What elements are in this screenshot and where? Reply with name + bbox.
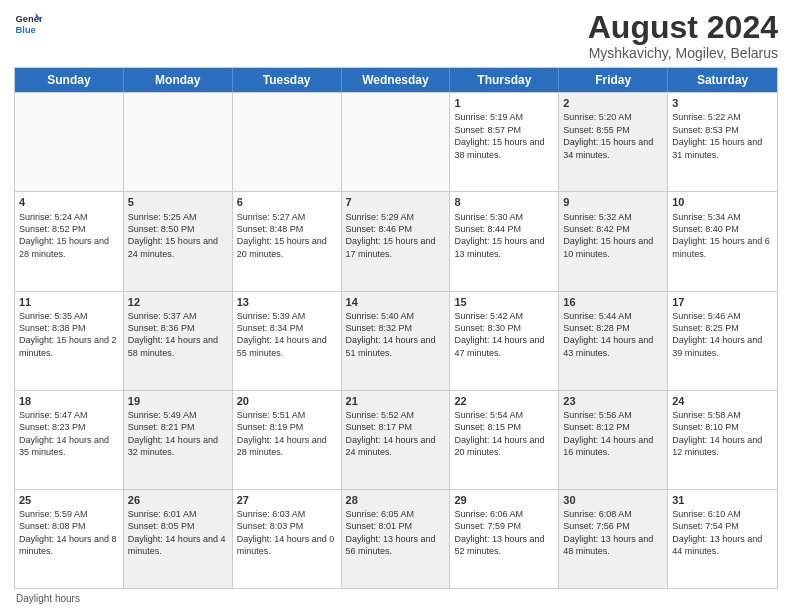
empty-cell — [342, 93, 451, 191]
empty-cell — [233, 93, 342, 191]
day-cell-5: 5Sunrise: 5:25 AM Sunset: 8:50 PM Daylig… — [124, 192, 233, 290]
empty-cell — [15, 93, 124, 191]
day-number: 31 — [672, 493, 773, 507]
day-info: Sunrise: 5:44 AM Sunset: 8:28 PM Dayligh… — [563, 311, 653, 358]
day-cell-6: 6Sunrise: 5:27 AM Sunset: 8:48 PM Daylig… — [233, 192, 342, 290]
day-cell-13: 13Sunrise: 5:39 AM Sunset: 8:34 PM Dayli… — [233, 292, 342, 390]
day-info: Sunrise: 5:24 AM Sunset: 8:52 PM Dayligh… — [19, 212, 109, 259]
day-info: Sunrise: 5:32 AM Sunset: 8:42 PM Dayligh… — [563, 212, 653, 259]
day-cell-25: 25Sunrise: 5:59 AM Sunset: 8:08 PM Dayli… — [15, 490, 124, 588]
day-number: 1 — [454, 96, 554, 110]
day-number: 18 — [19, 394, 119, 408]
day-number: 4 — [19, 195, 119, 209]
day-info: Sunrise: 5:27 AM Sunset: 8:48 PM Dayligh… — [237, 212, 327, 259]
top-header: General Blue August 2024 Myshkavichy, Mo… — [14, 10, 778, 61]
day-cell-30: 30Sunrise: 6:08 AM Sunset: 7:56 PM Dayli… — [559, 490, 668, 588]
day-cell-19: 19Sunrise: 5:49 AM Sunset: 8:21 PM Dayli… — [124, 391, 233, 489]
day-number: 23 — [563, 394, 663, 408]
day-cell-12: 12Sunrise: 5:37 AM Sunset: 8:36 PM Dayli… — [124, 292, 233, 390]
day-info: Sunrise: 5:39 AM Sunset: 8:34 PM Dayligh… — [237, 311, 327, 358]
day-cell-9: 9Sunrise: 5:32 AM Sunset: 8:42 PM Daylig… — [559, 192, 668, 290]
day-cell-22: 22Sunrise: 5:54 AM Sunset: 8:15 PM Dayli… — [450, 391, 559, 489]
day-info: Sunrise: 5:52 AM Sunset: 8:17 PM Dayligh… — [346, 410, 436, 457]
day-cell-24: 24Sunrise: 5:58 AM Sunset: 8:10 PM Dayli… — [668, 391, 777, 489]
day-info: Sunrise: 5:54 AM Sunset: 8:15 PM Dayligh… — [454, 410, 544, 457]
day-number: 13 — [237, 295, 337, 309]
day-number: 25 — [19, 493, 119, 507]
day-number: 21 — [346, 394, 446, 408]
day-cell-28: 28Sunrise: 6:05 AM Sunset: 8:01 PM Dayli… — [342, 490, 451, 588]
day-number: 29 — [454, 493, 554, 507]
footer-note: Daylight hours — [14, 593, 778, 604]
day-info: Sunrise: 5:35 AM Sunset: 8:38 PM Dayligh… — [19, 311, 117, 358]
subtitle: Myshkavichy, Mogilev, Belarus — [588, 45, 778, 61]
day-cell-10: 10Sunrise: 5:34 AM Sunset: 8:40 PM Dayli… — [668, 192, 777, 290]
calendar-body: 1Sunrise: 5:19 AM Sunset: 8:57 PM Daylig… — [15, 92, 777, 588]
day-number: 14 — [346, 295, 446, 309]
day-info: Sunrise: 5:51 AM Sunset: 8:19 PM Dayligh… — [237, 410, 327, 457]
day-number: 2 — [563, 96, 663, 110]
empty-cell — [124, 93, 233, 191]
day-info: Sunrise: 6:03 AM Sunset: 8:03 PM Dayligh… — [237, 509, 335, 556]
logo-icon: General Blue — [14, 10, 42, 38]
day-header-wednesday: Wednesday — [342, 68, 451, 92]
day-info: Sunrise: 5:49 AM Sunset: 8:21 PM Dayligh… — [128, 410, 218, 457]
day-cell-4: 4Sunrise: 5:24 AM Sunset: 8:52 PM Daylig… — [15, 192, 124, 290]
day-cell-18: 18Sunrise: 5:47 AM Sunset: 8:23 PM Dayli… — [15, 391, 124, 489]
day-info: Sunrise: 5:59 AM Sunset: 8:08 PM Dayligh… — [19, 509, 117, 556]
main-title: August 2024 — [588, 10, 778, 45]
page: General Blue August 2024 Myshkavichy, Mo… — [0, 0, 792, 612]
calendar: SundayMondayTuesdayWednesdayThursdayFrid… — [14, 67, 778, 589]
day-info: Sunrise: 5:34 AM Sunset: 8:40 PM Dayligh… — [672, 212, 770, 259]
day-info: Sunrise: 5:40 AM Sunset: 8:32 PM Dayligh… — [346, 311, 436, 358]
svg-text:Blue: Blue — [16, 25, 36, 35]
day-info: Sunrise: 6:10 AM Sunset: 7:54 PM Dayligh… — [672, 509, 762, 556]
day-info: Sunrise: 5:58 AM Sunset: 8:10 PM Dayligh… — [672, 410, 762, 457]
day-number: 11 — [19, 295, 119, 309]
day-info: Sunrise: 5:29 AM Sunset: 8:46 PM Dayligh… — [346, 212, 436, 259]
day-cell-1: 1Sunrise: 5:19 AM Sunset: 8:57 PM Daylig… — [450, 93, 559, 191]
day-cell-16: 16Sunrise: 5:44 AM Sunset: 8:28 PM Dayli… — [559, 292, 668, 390]
day-header-thursday: Thursday — [450, 68, 559, 92]
day-number: 16 — [563, 295, 663, 309]
calendar-row-3: 11Sunrise: 5:35 AM Sunset: 8:38 PM Dayli… — [15, 291, 777, 390]
day-number: 19 — [128, 394, 228, 408]
day-number: 8 — [454, 195, 554, 209]
day-number: 9 — [563, 195, 663, 209]
day-info: Sunrise: 5:56 AM Sunset: 8:12 PM Dayligh… — [563, 410, 653, 457]
calendar-header: SundayMondayTuesdayWednesdayThursdayFrid… — [15, 68, 777, 92]
day-cell-11: 11Sunrise: 5:35 AM Sunset: 8:38 PM Dayli… — [15, 292, 124, 390]
day-info: Sunrise: 6:08 AM Sunset: 7:56 PM Dayligh… — [563, 509, 653, 556]
day-number: 12 — [128, 295, 228, 309]
day-cell-23: 23Sunrise: 5:56 AM Sunset: 8:12 PM Dayli… — [559, 391, 668, 489]
day-number: 6 — [237, 195, 337, 209]
day-number: 27 — [237, 493, 337, 507]
day-cell-31: 31Sunrise: 6:10 AM Sunset: 7:54 PM Dayli… — [668, 490, 777, 588]
day-header-saturday: Saturday — [668, 68, 777, 92]
day-cell-14: 14Sunrise: 5:40 AM Sunset: 8:32 PM Dayli… — [342, 292, 451, 390]
day-info: Sunrise: 6:01 AM Sunset: 8:05 PM Dayligh… — [128, 509, 226, 556]
day-info: Sunrise: 5:42 AM Sunset: 8:30 PM Dayligh… — [454, 311, 544, 358]
day-cell-2: 2Sunrise: 5:20 AM Sunset: 8:55 PM Daylig… — [559, 93, 668, 191]
day-cell-26: 26Sunrise: 6:01 AM Sunset: 8:05 PM Dayli… — [124, 490, 233, 588]
calendar-row-5: 25Sunrise: 5:59 AM Sunset: 8:08 PM Dayli… — [15, 489, 777, 588]
day-header-sunday: Sunday — [15, 68, 124, 92]
day-header-monday: Monday — [124, 68, 233, 92]
day-cell-20: 20Sunrise: 5:51 AM Sunset: 8:19 PM Dayli… — [233, 391, 342, 489]
day-cell-15: 15Sunrise: 5:42 AM Sunset: 8:30 PM Dayli… — [450, 292, 559, 390]
day-info: Sunrise: 5:47 AM Sunset: 8:23 PM Dayligh… — [19, 410, 109, 457]
day-number: 28 — [346, 493, 446, 507]
day-cell-8: 8Sunrise: 5:30 AM Sunset: 8:44 PM Daylig… — [450, 192, 559, 290]
day-header-tuesday: Tuesday — [233, 68, 342, 92]
day-header-friday: Friday — [559, 68, 668, 92]
day-number: 26 — [128, 493, 228, 507]
day-number: 5 — [128, 195, 228, 209]
day-cell-27: 27Sunrise: 6:03 AM Sunset: 8:03 PM Dayli… — [233, 490, 342, 588]
day-cell-3: 3Sunrise: 5:22 AM Sunset: 8:53 PM Daylig… — [668, 93, 777, 191]
logo: General Blue — [14, 10, 42, 38]
day-info: Sunrise: 5:25 AM Sunset: 8:50 PM Dayligh… — [128, 212, 218, 259]
day-info: Sunrise: 6:05 AM Sunset: 8:01 PM Dayligh… — [346, 509, 436, 556]
day-info: Sunrise: 5:20 AM Sunset: 8:55 PM Dayligh… — [563, 112, 653, 159]
title-block: August 2024 Myshkavichy, Mogilev, Belaru… — [588, 10, 778, 61]
calendar-row-2: 4Sunrise: 5:24 AM Sunset: 8:52 PM Daylig… — [15, 191, 777, 290]
